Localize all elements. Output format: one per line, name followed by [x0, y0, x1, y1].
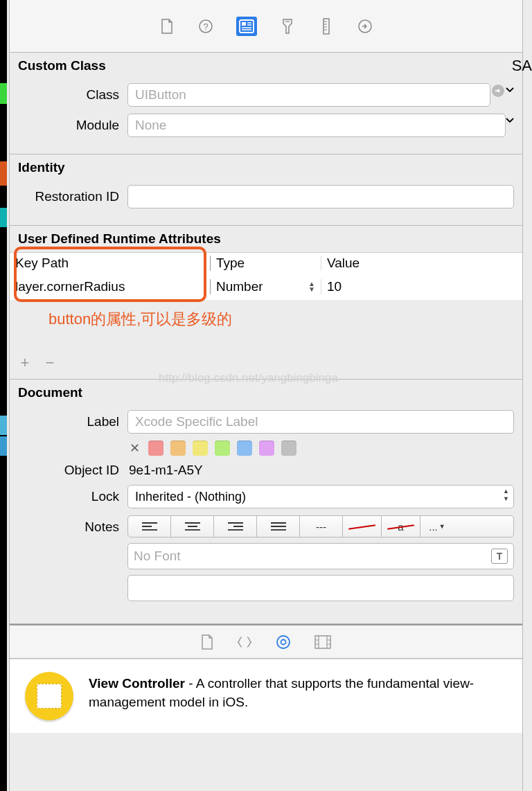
notes-font-row[interactable]: No Font T [127, 543, 514, 569]
help-inspector-icon[interactable]: ? [197, 18, 214, 35]
svg-rect-2 [240, 20, 254, 33]
notes-label: Notes [18, 515, 127, 535]
remove-attribute-button[interactable]: − [43, 354, 57, 372]
color-swatch-red[interactable] [148, 441, 163, 456]
color-swatch-green[interactable] [215, 441, 230, 456]
font-placeholder: No Font [134, 549, 181, 564]
align-left-button[interactable] [128, 516, 171, 537]
label-input[interactable] [127, 410, 514, 434]
inspector-panel: ? Custom Class Class [9, 0, 523, 791]
keypath-column-header[interactable]: Key Path [10, 256, 211, 271]
module-label: Module [18, 118, 127, 133]
restoration-id-input[interactable] [127, 185, 514, 208]
color-swatch-blue[interactable] [237, 441, 252, 456]
value-column-header[interactable]: Value [321, 256, 522, 271]
class-dropdown-button[interactable] [506, 83, 514, 107]
class-input[interactable] [127, 83, 490, 107]
keypath-cell[interactable]: layer.cornerRadius [10, 279, 211, 294]
file-template-library-icon[interactable] [201, 634, 213, 650]
module-dropdown-button[interactable] [506, 114, 514, 137]
file-inspector-icon[interactable] [159, 18, 175, 35]
lock-stepper-icon: ▲▼ [503, 488, 509, 502]
color-swatch-row: ✕ [127, 441, 514, 456]
class-label: Class [18, 87, 127, 103]
object-description: View Controller - A controller that supp… [89, 672, 507, 711]
restoration-id-label: Restoration ID [18, 189, 127, 204]
class-link-icon [490, 83, 506, 107]
type-cell-value: Number [216, 279, 263, 294]
size-inspector-icon[interactable] [318, 18, 335, 35]
align-center-button[interactable] [171, 516, 214, 537]
library-tab-toolbar [10, 624, 522, 659]
type-cell[interactable]: Number ▲▼ [211, 279, 321, 294]
object-library-item[interactable]: View Controller - A controller that supp… [10, 659, 522, 733]
identity-section: Identity Restoration ID [10, 154, 522, 226]
color-swatch-purple[interactable] [259, 441, 274, 456]
label-label: Label [18, 414, 127, 429]
value-cell[interactable]: 10 [321, 279, 522, 294]
custom-class-section: Custom Class Class Module [10, 53, 522, 154]
color-swatch-yellow[interactable] [193, 441, 208, 456]
view-controller-icon [25, 672, 73, 720]
objectid-value: 9e1-m1-A5Y [127, 463, 514, 478]
runtime-attributes-section: User Defined Runtime Attributes Key Path… [10, 226, 522, 380]
svg-text:?: ? [203, 21, 208, 32]
module-input[interactable] [127, 114, 506, 137]
notes-textbox[interactable] [127, 575, 514, 601]
notes-formatting-toolbar: --- a ...▼ [127, 515, 514, 537]
svg-rect-9 [323, 19, 329, 34]
svg-point-28 [277, 636, 290, 648]
lock-label: Lock [18, 489, 127, 504]
svg-rect-30 [315, 636, 330, 648]
identity-title: Identity [18, 160, 514, 175]
attributes-inspector-icon[interactable] [279, 18, 296, 35]
object-library-icon[interactable] [276, 634, 291, 650]
object-title: View Controller [89, 676, 185, 691]
identity-inspector-icon[interactable] [236, 17, 257, 36]
objectid-label: Object ID [18, 463, 127, 478]
font-picker-icon[interactable]: T [491, 549, 508, 564]
table-header-row: Key Path Type Value [10, 253, 522, 274]
runtime-attributes-title: User Defined Runtime Attributes [10, 231, 522, 252]
svg-rect-3 [242, 22, 246, 26]
document-title: Document [18, 385, 514, 400]
inspector-tab-toolbar: ? [10, 0, 522, 53]
strike-blank-button[interactable] [343, 516, 382, 537]
watermark-text: http://blog.csdn.net/yangbingbinga [159, 371, 338, 385]
custom-class-title: Custom Class [18, 58, 514, 73]
color-swatch-orange[interactable] [170, 441, 186, 456]
table-row[interactable]: layer.cornerRadius Number ▲▼ 10 [10, 274, 522, 300]
add-attribute-button[interactable]: + [18, 354, 32, 372]
lock-value: Inherited - (Nothing) [135, 490, 246, 504]
clear-label-color-button[interactable]: ✕ [127, 441, 141, 456]
media-library-icon[interactable] [314, 635, 331, 649]
svg-point-29 [281, 639, 286, 644]
dash-button[interactable]: --- [300, 516, 343, 537]
cropped-text: SA [512, 57, 532, 75]
color-swatch-gray[interactable] [281, 441, 296, 456]
align-justify-button[interactable] [257, 516, 300, 537]
align-right-button[interactable] [214, 516, 257, 537]
runtime-attributes-table[interactable]: Key Path Type Value layer.cornerRadius N… [10, 252, 522, 300]
type-column-header[interactable]: Type [211, 256, 321, 271]
document-section: Document Label ✕ Object ID 9e1-m1-A5Y [10, 380, 522, 624]
type-stepper-icon[interactable]: ▲▼ [308, 281, 315, 292]
strike-a-button[interactable]: a [382, 516, 420, 537]
connections-inspector-icon[interactable] [357, 18, 373, 35]
annotation-text: button的属性,可以是多级的 [48, 309, 232, 330]
lock-select[interactable]: Inherited - (Nothing) ▲▼ [127, 485, 514, 508]
code-snippet-library-icon[interactable] [237, 635, 252, 649]
more-formatting-button[interactable]: ...▼ [420, 516, 454, 537]
